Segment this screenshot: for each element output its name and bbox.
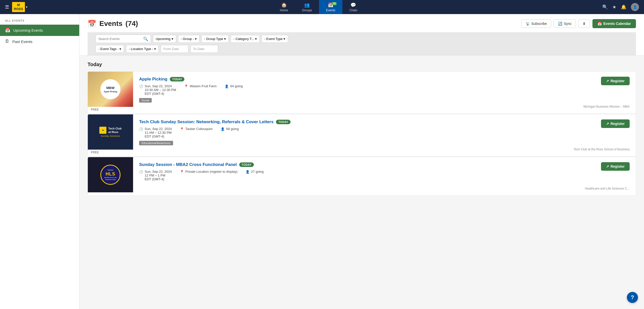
bell-icon[interactable]: 🔔: [621, 4, 626, 10]
techclub-icon: ꟷ: [99, 127, 106, 134]
sidebar-item-upcoming-label: Upcoming Events: [13, 28, 43, 32]
sidebar-item-upcoming[interactable]: 📅 Upcoming Events: [0, 25, 79, 36]
subscribe-label: Subscribe: [531, 22, 547, 26]
techclub-inner: ꟷ Tech Club at Ross: [99, 127, 122, 134]
event-going-apple: 👤 64 going: [225, 84, 243, 88]
register-label-apple: Register: [611, 79, 625, 83]
event-title-row-apple: Apple Picking TODAY: [139, 77, 571, 82]
event-image-apple-picking: MBW Apple Picking FREE: [88, 72, 133, 113]
event-tag-educational: Educational/Awareness: [139, 141, 173, 145]
register-button-hls[interactable]: ↗ Register: [601, 162, 630, 171]
organizer-hls: Healthcare and Life Sciences C...: [585, 187, 630, 190]
filter-category[interactable]: - Category T... ▾: [231, 35, 259, 43]
logo[interactable]: M ROSS ▾: [12, 2, 27, 12]
event-going-count: 64 going: [230, 84, 243, 88]
app-body: ALL EVENTS 📅 Upcoming Events 🗓 Past Even…: [0, 14, 644, 309]
events-count: (74): [126, 20, 138, 28]
home-icon: 🏠: [281, 2, 287, 8]
register-button-tech[interactable]: ↗ Register: [601, 119, 630, 128]
groups-icon: 👥: [304, 2, 310, 8]
filter-location-type-arrow: ▾: [154, 47, 156, 51]
events-badge: 74: [332, 2, 337, 5]
register-button-apple[interactable]: ↗ Register: [601, 77, 630, 85]
organizer-apple: Michigan Business Women – MBA: [583, 105, 630, 108]
filter-group-type-arrow: ▾: [224, 37, 226, 41]
nav-groups-label: Groups: [302, 9, 312, 12]
events-calendar-label: Events Calendar: [603, 22, 631, 26]
events-title-row: 📅 Events (74) 📡 Subscribe 🔄 Sync ⬇: [88, 19, 636, 32]
top-navigation: ☰ M ROSS ▾ 🏠 Home 👥 Groups 📅 74 Events 💬…: [0, 0, 644, 14]
filter-event-tags-arrow: ▾: [119, 47, 121, 51]
events-calendar-button[interactable]: 📅 Events Calendar: [592, 19, 636, 28]
filter-from-date[interactable]: From Date: [161, 45, 188, 53]
filter-event-tags[interactable]: - Event Tags - ▾: [96, 45, 124, 53]
event-meta-hls: 🕐 Sun, Sep 22, 2024 12 PM – 1 PM EDT (GM…: [139, 170, 573, 181]
nav-home[interactable]: 🏠 Home: [273, 0, 295, 14]
sync-button[interactable]: 🔄 Sync: [554, 19, 576, 28]
register-icon-hls: ↗: [606, 164, 609, 168]
filter-upcoming[interactable]: Upcoming ▾: [153, 35, 176, 43]
sidebar-item-past-label: Past Events: [12, 39, 32, 44]
event-title-row-hls: Sunday Session - MBA2 Cross Functional P…: [139, 162, 573, 167]
download-button[interactable]: ⬇: [578, 19, 590, 28]
going-icon-tech: 👤: [221, 127, 225, 131]
mbw-image: MBW Apple Picking: [88, 72, 133, 107]
sidebar-item-past[interactable]: 🗓 Past Events: [0, 36, 79, 47]
search-icon[interactable]: 🔍: [602, 4, 608, 10]
search-input[interactable]: [98, 37, 142, 41]
event-free-badge-hls: [88, 192, 133, 195]
logo-arrow-icon: ▾: [26, 5, 27, 9]
event-datetime-tech: 🕐 Sun, Sep 22, 2024 11 AM – 12:30 PM EDT…: [139, 127, 172, 138]
hamburger-menu[interactable]: ☰: [5, 4, 9, 10]
nav-links: 🏠 Home 👥 Groups 📅 74 Events 💬 Chats: [35, 0, 602, 14]
event-free-badge-apple: FREE: [88, 107, 133, 113]
nav-events-label: Events: [326, 9, 335, 12]
chats-icon: 💬: [350, 2, 356, 8]
filter-group-type[interactable]: - Group Type ▾: [202, 35, 229, 43]
sidebar: ALL EVENTS 📅 Upcoming Events 🗓 Past Even…: [0, 14, 79, 309]
event-title-apple[interactable]: Apple Picking: [139, 77, 167, 82]
filter-group[interactable]: - Group - ▾: [178, 35, 199, 43]
techclub-text-block: Tech Club at Ross: [108, 127, 122, 134]
nav-groups[interactable]: 👥 Groups: [295, 0, 319, 14]
event-right-tech: ↗ Register Tech Club at the Ross School …: [568, 114, 636, 156]
events-header-actions: 📡 Subscribe 🔄 Sync ⬇ 📅 Events Calendar: [521, 19, 636, 28]
event-location-text-hls: Private Location (register to display): [185, 170, 237, 173]
filter-group-type-label: - Group Type: [204, 37, 223, 41]
filter-to-date[interactable]: To Date: [190, 45, 218, 53]
going-icon-hls: 👤: [246, 170, 250, 174]
clock-icon: 🕐: [139, 84, 143, 88]
to-date-label: To Date: [193, 47, 205, 51]
event-title-hls[interactable]: Sunday Session - MBA2 Cross Functional P…: [139, 162, 237, 167]
event-location-tech: 📍 Tauber Collouquim: [180, 127, 213, 131]
nav-chats[interactable]: 💬 Chats: [342, 0, 364, 14]
subscribe-button[interactable]: 📡 Subscribe: [521, 19, 551, 28]
nav-events[interactable]: 📅 74 Events: [319, 0, 342, 14]
event-time-text-tech: Sun, Sep 22, 2024 11 AM – 12:30 PM EDT (…: [145, 127, 172, 138]
help-button[interactable]: ?: [627, 292, 638, 303]
filter-location-type[interactable]: - Location Type - ▾: [126, 45, 159, 53]
events-list: Today MBW Apple Picking FREE Apple Picki…: [79, 56, 644, 202]
filter-row-1: 🔍 Upcoming ▾ - Group - ▾ - Group Type ▾: [96, 35, 628, 43]
event-datetime-apple: 🕐 Sun, Sep 22, 2024 10:30 AM – 12:30 PM …: [139, 84, 176, 96]
event-title-row-tech: Tech Club Sunday Session: Networking, Re…: [139, 119, 561, 124]
filter-location-type-label: - Location Type -: [129, 47, 153, 51]
nav-chats-label: Chats: [349, 9, 357, 12]
event-title-tech[interactable]: Tech Club Sunday Session: Networking, Re…: [139, 119, 273, 124]
sync-icon: 🔄: [558, 22, 562, 26]
techclub-sub-label: Sunday Sessions: [99, 135, 122, 137]
filter-category-label: - Category T...: [233, 37, 254, 41]
filter-event-type-arrow: ▾: [284, 37, 285, 41]
filter-event-type-label: - Event Type: [264, 37, 283, 41]
going-icon: 👤: [225, 84, 229, 88]
avatar[interactable]: 👤: [631, 3, 639, 11]
star-icon[interactable]: ★: [612, 4, 616, 10]
filter-event-type[interactable]: - Event Type ▾: [262, 35, 288, 43]
event-tags-tech: Educational/Awareness: [139, 141, 561, 145]
filter-bar: 🔍 Upcoming ▾ - Group - ▾ - Group Type ▾: [88, 32, 636, 55]
search-box[interactable]: 🔍: [96, 35, 151, 43]
clock-icon-hls: 🕐: [139, 170, 143, 174]
event-going-count-hls: 27 going: [251, 170, 264, 173]
event-meta-tech: 🕐 Sun, Sep 22, 2024 11 AM – 12:30 PM EDT…: [139, 127, 561, 138]
filter-group-arrow: ▾: [195, 37, 197, 41]
